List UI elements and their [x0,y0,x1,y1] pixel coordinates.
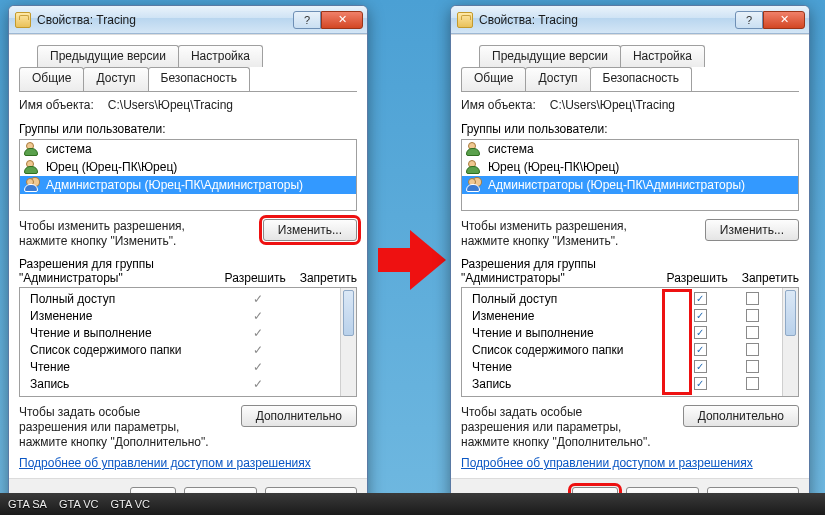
taskbar-item[interactable]: GTA VC [59,498,99,510]
advanced-button[interactable]: Дополнительно [241,405,357,427]
col-deny: Запретить [742,271,799,285]
perm-row: Чтение и выполнение✓ [24,324,336,341]
check-icon: ✓ [232,309,284,323]
taskbar-item[interactable]: GTA SA [8,498,47,510]
perm-row: Чтение✓ [24,358,336,375]
list-item: Администраторы (Юрец-ПК\Администраторы) [20,176,356,194]
groups-list[interactable]: система Юрец (Юрец-ПК\Юрец) Администрато… [461,139,799,211]
groups-label: Группы или пользователи: [19,122,357,136]
perm-row: Чтение и выполнение [466,324,778,341]
allow-checkbox[interactable] [694,343,707,356]
check-icon: ✓ [232,343,284,357]
check-icon: ✓ [232,292,284,306]
user-icon [24,160,40,174]
perm-group: "Администраторы" [19,271,154,285]
folder-icon [15,12,31,28]
check-icon: ✓ [232,377,284,391]
perm-row: Изменение [466,307,778,324]
tab-customize[interactable]: Настройка [620,45,705,67]
tab-sharing[interactable]: Доступ [83,67,148,91]
advanced-button[interactable]: Дополнительно [683,405,799,427]
tabs: Предыдущие версии Настройка Общие Доступ… [19,45,357,92]
list-item: система [462,140,798,158]
taskbar[interactable]: GTA SA GTA VC GTA VC [0,493,825,515]
tab-previous-versions[interactable]: Предыдущие версии [479,45,621,67]
list-item: Юрец (Юрец-ПК\Юрец) [20,158,356,176]
scrollbar[interactable] [782,288,798,396]
taskbar-item[interactable]: GTA VC [110,498,150,510]
window-buttons: ? ✕ [735,11,805,29]
properties-dialog-after: Свойства: Tracing ? ✕ Предыдущие версии … [450,5,810,515]
perm-title: Разрешения для группы [19,257,154,271]
window-title: Свойства: Tracing [37,13,293,27]
check-icon: ✓ [232,360,284,374]
tab-security[interactable]: Безопасность [148,67,251,91]
object-name-label: Имя объекта: [19,98,94,112]
edit-button[interactable]: Изменить... [705,219,799,241]
user-icon [466,160,482,174]
groups-label: Группы или пользователи: [461,122,799,136]
edit-button[interactable]: Изменить... [263,219,357,241]
titlebar[interactable]: Свойства: Tracing ? ✕ [9,6,367,34]
group-icon [24,178,40,192]
perm-title: Разрешения для группы [461,257,596,271]
tabs: Предыдущие версии Настройка Общие Доступ… [461,45,799,92]
help-button[interactable]: ? [735,11,763,29]
allow-checkbox[interactable] [694,292,707,305]
window-buttons: ? ✕ [293,11,363,29]
tab-security[interactable]: Безопасность [590,67,693,91]
tab-general[interactable]: Общие [461,67,526,91]
list-item: Администраторы (Юрец-ПК\Администраторы) [462,176,798,194]
scroll-thumb[interactable] [343,290,354,336]
object-name-label: Имя объекта: [461,98,536,112]
perm-row: Запись✓ [24,375,336,392]
deny-checkbox[interactable] [746,343,759,356]
deny-checkbox[interactable] [746,377,759,390]
tab-customize[interactable]: Настройка [178,45,263,67]
permissions-box: Полный доступ Изменение Чтение и выполне… [461,287,799,397]
folder-icon [457,12,473,28]
learn-more-link[interactable]: Подробнее об управлении доступом и разре… [19,456,311,470]
list-item: Юрец (Юрец-ПК\Юрец) [462,158,798,176]
learn-more-link[interactable]: Подробнее об управлении доступом и разре… [461,456,753,470]
user-icon [24,142,40,156]
list-item: система [20,140,356,158]
allow-checkbox[interactable] [694,377,707,390]
deny-checkbox[interactable] [746,292,759,305]
help-button[interactable]: ? [293,11,321,29]
permissions-box: Полный доступ✓ Изменение✓ Чтение и выпол… [19,287,357,397]
close-button[interactable]: ✕ [763,11,805,29]
object-path: C:\Users\Юрец\Tracing [108,98,233,112]
properties-dialog-before: Свойства: Tracing ? ✕ Предыдущие версии … [8,5,368,515]
tab-general[interactable]: Общие [19,67,84,91]
perm-row: Список содержимого папки✓ [24,341,336,358]
object-path: C:\Users\Юрец\Tracing [550,98,675,112]
perm-row: Список содержимого папки [466,341,778,358]
tab-sharing[interactable]: Доступ [525,67,590,91]
deny-checkbox[interactable] [746,309,759,322]
allow-checkbox[interactable] [694,309,707,322]
scrollbar[interactable] [340,288,356,396]
perm-row: Чтение [466,358,778,375]
dialog-body: Предыдущие версии Настройка Общие Доступ… [451,34,809,478]
col-deny: Запретить [300,271,357,285]
advanced-hint: Чтобы задать особые разрешения или парам… [461,405,651,450]
window-title: Свойства: Tracing [479,13,735,27]
change-hint: Чтобы изменить разрешения, нажмите кнопк… [461,219,651,249]
allow-checkbox[interactable] [694,326,707,339]
titlebar[interactable]: Свойства: Tracing ? ✕ [451,6,809,34]
advanced-hint: Чтобы задать особые разрешения или парам… [19,405,209,450]
col-allow: Разрешить [667,271,728,285]
allow-checkbox[interactable] [694,360,707,373]
perm-row: Запись [466,375,778,392]
check-icon: ✓ [232,326,284,340]
deny-checkbox[interactable] [746,360,759,373]
tab-previous-versions[interactable]: Предыдущие версии [37,45,179,67]
change-hint: Чтобы изменить разрешения, нажмите кнопк… [19,219,209,249]
perm-row: Изменение✓ [24,307,336,324]
scroll-thumb[interactable] [785,290,796,336]
deny-checkbox[interactable] [746,326,759,339]
close-button[interactable]: ✕ [321,11,363,29]
perm-row: Полный доступ✓ [24,290,336,307]
groups-list[interactable]: система Юрец (Юрец-ПК\Юрец) Администрато… [19,139,357,211]
